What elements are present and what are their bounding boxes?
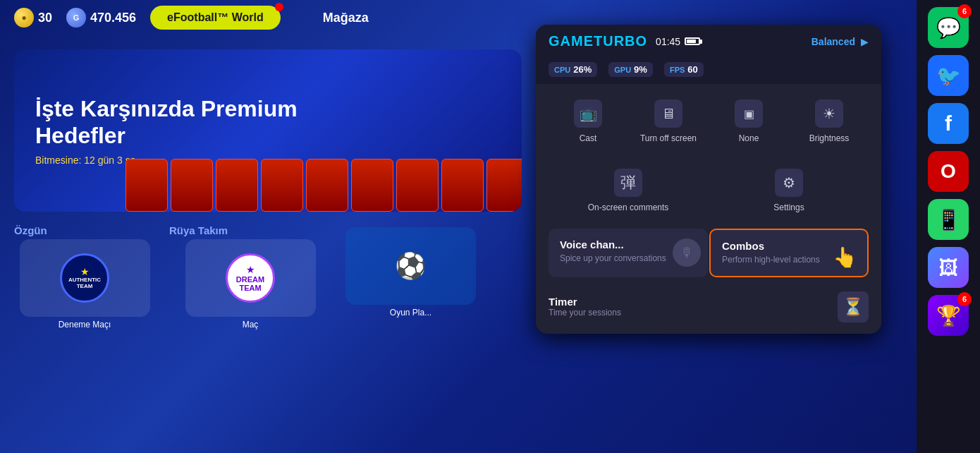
dream-logo-text: DREAMTEAM [236, 275, 264, 292]
cpu-stat: CPU 26% [549, 62, 597, 77]
notification-dot [275, 3, 283, 11]
game-background: ● 30 G 470.456 eFootball™ World Mağaza İ… [0, 0, 980, 453]
blue-app-symbol: 🐦 [936, 64, 961, 87]
timer-title: Timer [549, 296, 826, 308]
g-coin-value: 470.456 [90, 11, 136, 25]
gameturbo-overlay: GAMETURBO 01:45 Balanced ▶ CPU 26% GPU 9… [536, 25, 881, 334]
settings-label: Settings [773, 203, 804, 214]
opera-icon: O [941, 160, 956, 183]
premium-title: İşte Karşınızda Premium Hedefler [35, 95, 298, 150]
player-card-9 [486, 159, 522, 212]
cast-action[interactable]: 📺 Cast [549, 91, 627, 153]
timer-section[interactable]: Timer Time your sessions ⏳ [536, 283, 881, 334]
combos-icon: 👆 [833, 246, 857, 269]
authentic-logo-text: AUTHENTICTEAM [68, 277, 101, 290]
facebook-icon: f [945, 111, 952, 135]
whatsapp-icon: 📱 [936, 208, 961, 231]
timer-icon: ⏳ [838, 291, 869, 322]
brightness-icon: ☀ [815, 99, 843, 128]
wechat-notif-badge: 6 [957, 4, 972, 18]
timer-desc: Time your sessions [549, 308, 826, 318]
deneme-mac-label: Deneme Maçı [59, 320, 111, 330]
cast-label: Cast [580, 133, 597, 145]
cast-icon: 📺 [574, 99, 602, 128]
cpu-label: CPU [554, 66, 570, 74]
quick-actions-grid: 📺 Cast 🖥 Turn off screen ▣ None ☀ Bright… [536, 84, 881, 160]
dream-team-card[interactable]: ★ DREAMTEAM [185, 239, 316, 317]
onscreen-comments-label: On-screen comments [588, 203, 669, 214]
settings-action[interactable]: ⚙ Settings [709, 160, 869, 222]
gallery-app-icon[interactable]: 🖼 [928, 247, 969, 288]
cpu-value: 26% [573, 64, 592, 75]
purple-app-symbol: 🏆 [936, 304, 961, 327]
turn-off-screen-icon: 🖥 [654, 99, 682, 128]
efootball-button[interactable]: eFootball™ World [150, 6, 281, 30]
onscreen-comments-icon: 弾 [614, 169, 642, 197]
battery-indicator [685, 37, 700, 45]
brightness-label: Brightness [809, 133, 850, 145]
settings-icon: ⚙ [775, 169, 803, 197]
onscreen-comments-action[interactable]: 弾 On-screen comments [549, 160, 708, 222]
timer-content: Timer Time your sessions [549, 296, 826, 318]
right-apps-sidebar: 6 💬 🐦 f O 📱 🖼 6 🏆 [917, 0, 980, 453]
fps-label: FPS [670, 66, 685, 74]
authentic-team-card[interactable]: ★ AUTHENTICTEAM [20, 239, 150, 317]
combos-feature-card[interactable]: Combos Perform high-level actions 👆 [709, 229, 869, 277]
gameturbo-stats: CPU 26% GPU 9% FPS 60 [536, 58, 881, 84]
gold-coin-badge: ● 30 [14, 8, 52, 28]
whatsapp-app-icon[interactable]: 📱 [928, 199, 969, 240]
gpu-value: 9% [634, 64, 647, 75]
player-cards [125, 159, 522, 212]
none-action[interactable]: ▣ None [709, 91, 788, 153]
gameturbo-time: 01:45 [656, 36, 680, 47]
g-coin-badge: G 470.456 [66, 8, 136, 28]
opera-app-icon[interactable]: O [928, 151, 969, 192]
voice-avatar-icon: 🎙 [673, 238, 701, 267]
player-card-4 [261, 159, 303, 212]
battery-icon [685, 37, 700, 45]
dream-star-icon: ★ [246, 264, 255, 275]
blue-app-icon[interactable]: 🐦 [928, 55, 969, 96]
wechat-app-icon[interactable]: 6 💬 [928, 7, 969, 48]
star-icon: ★ [80, 266, 90, 277]
player-card-6 [351, 159, 393, 212]
player-card-5 [306, 159, 348, 212]
player-card-8 [441, 159, 484, 212]
turn-off-screen-action[interactable]: 🖥 Turn off screen [629, 91, 708, 153]
oyun-card[interactable]: ⚽ [345, 227, 476, 305]
balanced-label: Balanced [811, 36, 855, 47]
purple-notif-badge: 6 [957, 292, 972, 306]
play-icon[interactable]: ▶ [861, 36, 869, 47]
section-label-ozgun: Özgün [14, 222, 155, 239]
turn-off-screen-label: Turn off screen [640, 133, 697, 145]
gameturbo-header: GAMETURBO 01:45 Balanced ▶ [536, 25, 881, 58]
dream-team-logo: ★ DREAMTEAM [226, 253, 275, 303]
gameturbo-logo: GAMETURBO [549, 33, 647, 49]
section-label-placeholder [345, 222, 476, 227]
voice-feature-card[interactable]: Voice chan... Spice up your conversation… [549, 229, 708, 277]
gpu-stat: GPU 9% [608, 62, 653, 77]
expiry-text: Bitmesine: 12 gün 3 sa [35, 155, 135, 166]
gpu-label: GPU [614, 66, 631, 74]
player-card-3 [216, 159, 258, 212]
game-content: İşte Karşınızda Premium Hedefler Bitmesi… [0, 35, 536, 453]
purple-app-icon[interactable]: 6 🏆 [928, 295, 969, 336]
gallery-icon: 🖼 [938, 256, 958, 279]
fps-stat: FPS 60 [664, 62, 704, 77]
facebook-app-icon[interactable]: f [928, 103, 969, 144]
gold-coin-icon: ● [14, 8, 34, 28]
none-label: None [739, 133, 759, 145]
none-icon: ▣ [735, 99, 763, 128]
magaza-link[interactable]: Mağaza [323, 11, 369, 25]
premium-banner: İşte Karşınızda Premium Hedefler Bitmesi… [14, 49, 522, 212]
gold-coin-value: 30 [38, 11, 52, 25]
fps-value: 60 [687, 64, 697, 75]
mac-label: Maç [243, 320, 259, 330]
player-card-7 [396, 159, 439, 212]
brightness-action[interactable]: ☀ Brightness [790, 91, 869, 153]
feature-cards: Voice chan... Spice up your conversation… [536, 223, 881, 283]
oyun-pla-label: Oyun Pla... [390, 308, 431, 318]
wechat-icon: 💬 [936, 16, 961, 40]
battery-fill [687, 40, 696, 43]
g-coin-icon: G [66, 8, 86, 28]
